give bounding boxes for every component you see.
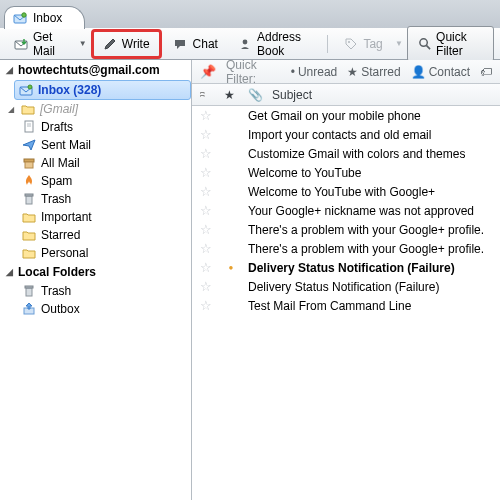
message-list[interactable]: ☆Get Gmail on your mobile phone☆Import y… [192, 106, 500, 500]
folder-icon [22, 246, 36, 260]
folder-drafts[interactable]: Drafts [0, 118, 191, 136]
toolbar: Get Mail ▼ Write Chat Address Book Tag ▼ [0, 28, 500, 60]
message-row[interactable]: ☆Import your contacts and old email [192, 125, 500, 144]
folder-starred[interactable]: Starred [0, 226, 191, 244]
svg-point-3 [243, 39, 248, 44]
message-row[interactable]: ☆There's a problem with your Google+ pro… [192, 239, 500, 258]
message-subject: Welcome to YouTube with Google+ [248, 185, 435, 199]
svg-point-4 [348, 41, 350, 43]
folder-icon [21, 102, 35, 116]
folder-inbox[interactable]: Inbox (328) [14, 80, 191, 100]
get-mail-dropdown[interactable]: ▼ [79, 39, 87, 48]
message-subject: There's a problem with your Google+ prof… [248, 223, 484, 237]
dot-icon: • [291, 65, 295, 79]
folder-outbox[interactable]: Outbox [0, 300, 191, 318]
star-icon[interactable]: ☆ [200, 146, 214, 161]
folder-label: All Mail [41, 156, 80, 170]
twisty-icon[interactable]: ◢ [6, 105, 16, 114]
tab-inbox[interactable]: Inbox [4, 6, 85, 29]
get-mail-button[interactable]: Get Mail [6, 26, 75, 62]
folder-label: Personal [41, 246, 88, 260]
quick-filter-label: Quick Filter: [226, 58, 281, 86]
person-icon: 👤 [411, 65, 426, 79]
svg-rect-14 [26, 196, 32, 204]
attachment-col-icon[interactable]: 📎 [248, 88, 262, 102]
folder-label: Inbox (328) [38, 83, 101, 97]
message-row[interactable]: ☆Get Gmail on your mobile phone [192, 106, 500, 125]
svg-point-5 [420, 39, 427, 46]
svg-rect-17 [25, 286, 33, 288]
folder-label: Important [41, 210, 92, 224]
star-icon[interactable]: ☆ [200, 184, 214, 199]
folder-personal[interactable]: Personal [0, 244, 191, 262]
message-row[interactable]: ☆Welcome to YouTube [192, 163, 500, 182]
filter-tag[interactable]: 🏷 [480, 65, 492, 79]
star-icon[interactable]: ☆ [200, 279, 214, 294]
folder-icon [22, 228, 36, 242]
message-subject: Get Gmail on your mobile phone [248, 109, 421, 123]
address-book-button[interactable]: Address Book [230, 26, 323, 62]
twisty-icon[interactable]: ◢ [4, 267, 14, 277]
star-icon[interactable]: ☆ [200, 127, 214, 142]
quick-filter-label: Quick Filter [436, 30, 483, 58]
folder-label: [Gmail] [40, 102, 78, 116]
folder-trash[interactable]: Trash [0, 190, 191, 208]
thread-col-icon[interactable]: ʭ [200, 90, 214, 100]
content-pane: 📌 Quick Filter: •Unread ★Starred 👤Contac… [192, 60, 500, 500]
message-row[interactable]: ☆Your Google+ nickname was not approved [192, 201, 500, 220]
folder-local-trash[interactable]: Trash [0, 282, 191, 300]
folder-gmail[interactable]: ◢ [Gmail] [0, 100, 191, 118]
folder-label: Sent Mail [41, 138, 91, 152]
message-row[interactable]: ☆Test Mail From Cammand Line [192, 296, 500, 315]
tag-dropdown[interactable]: ▼ [395, 39, 403, 48]
folder-sent[interactable]: Sent Mail [0, 136, 191, 154]
local-folders-row[interactable]: ◢ Local Folders [0, 262, 191, 282]
trash-icon [22, 192, 36, 206]
account-row[interactable]: ◢ howtechtuts@gmail.com [0, 60, 191, 80]
write-button[interactable]: Write [95, 33, 158, 55]
magnifier-icon [418, 37, 431, 50]
star-icon[interactable]: ☆ [200, 222, 214, 237]
star-icon[interactable]: ☆ [200, 298, 214, 313]
tag-icon [344, 37, 358, 51]
svg-line-6 [426, 45, 430, 49]
filter-unread[interactable]: •Unread [291, 65, 338, 79]
account-label: howtechtuts@gmail.com [18, 63, 160, 77]
tag-button[interactable]: Tag [336, 33, 390, 55]
address-book-icon [238, 37, 252, 51]
message-subject: Customize Gmail with colors and themes [248, 147, 465, 161]
star-icon[interactable]: ☆ [200, 165, 214, 180]
unread-dot-icon: ● [224, 263, 238, 272]
pin-icon[interactable]: 📌 [200, 64, 216, 79]
filter-unread-label: Unread [298, 65, 337, 79]
folder-important[interactable]: Important [0, 208, 191, 226]
filter-starred[interactable]: ★Starred [347, 65, 400, 79]
quick-filter-button[interactable]: Quick Filter [407, 26, 494, 62]
twisty-icon[interactable]: ◢ [4, 65, 14, 75]
star-icon[interactable]: ☆ [200, 241, 214, 256]
message-row[interactable]: ☆Customize Gmail with colors and themes [192, 144, 500, 163]
folder-spam[interactable]: Spam [0, 172, 191, 190]
message-row[interactable]: ☆Welcome to YouTube with Google+ [192, 182, 500, 201]
folder-all-mail[interactable]: All Mail [0, 154, 191, 172]
filter-contact-label: Contact [429, 65, 470, 79]
tab-bar: Inbox [0, 0, 500, 28]
message-row[interactable]: ☆Delivery Status Notification (Failure) [192, 277, 500, 296]
tutorial-highlight: Write [91, 29, 162, 59]
message-row[interactable]: ☆●Delivery Status Notification (Failure) [192, 258, 500, 277]
star-col-icon[interactable]: ★ [224, 88, 238, 102]
star-icon[interactable]: ☆ [200, 260, 214, 275]
subject-col[interactable]: Subject [272, 88, 312, 102]
star-icon[interactable]: ☆ [200, 108, 214, 123]
folder-label: Starred [41, 228, 80, 242]
pencil-icon [103, 37, 117, 51]
star-icon[interactable]: ☆ [200, 203, 214, 218]
filter-contact[interactable]: 👤Contact [411, 65, 470, 79]
message-row[interactable]: ☆There's a problem with your Google+ pro… [192, 220, 500, 239]
message-subject: Delivery Status Notification (Failure) [248, 280, 439, 294]
svg-rect-16 [26, 288, 32, 296]
chat-label: Chat [193, 37, 218, 51]
chat-button[interactable]: Chat [166, 33, 226, 55]
folder-label: Trash [41, 284, 71, 298]
tag-icon: 🏷 [480, 65, 492, 79]
